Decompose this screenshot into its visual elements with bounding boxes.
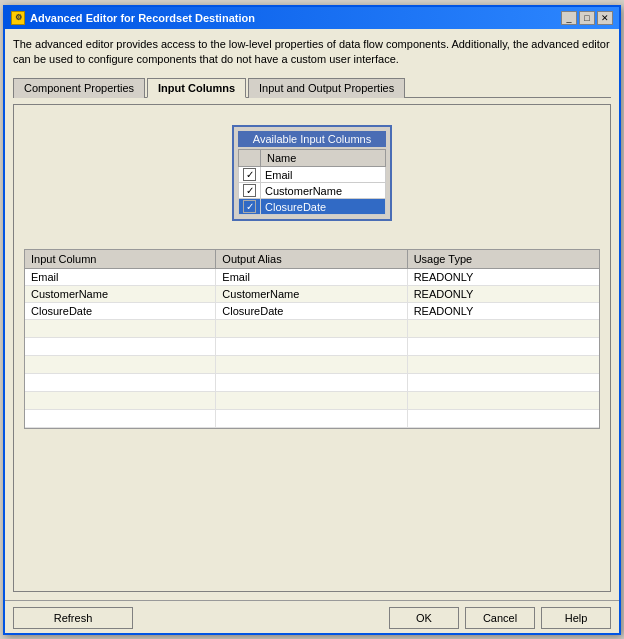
ok-button[interactable]: OK xyxy=(389,607,459,629)
footer-right: OK Cancel Help xyxy=(389,607,611,629)
available-columns-header: Available Input Columns xyxy=(238,131,386,147)
checkbox-header xyxy=(239,150,261,167)
description-text: The advanced editor provides access to t… xyxy=(13,37,611,68)
checkbox-email[interactable] xyxy=(243,168,256,181)
header-output-alias: Output Alias xyxy=(216,250,407,268)
cell-output-0: Email xyxy=(216,269,407,285)
available-columns-container: Available Input Columns Name xyxy=(24,115,600,241)
column-row-customername: CustomerName xyxy=(239,183,386,199)
cell-input-1: CustomerName xyxy=(25,286,216,302)
footer-left: Refresh xyxy=(13,607,133,629)
refresh-button[interactable]: Refresh xyxy=(13,607,133,629)
cell-usage-0: READONLY xyxy=(408,269,599,285)
cell-output-2: ClosureDate xyxy=(216,303,407,319)
cell-usage-1: READONLY xyxy=(408,286,599,302)
grid-row-empty-4 xyxy=(25,374,599,392)
data-grid: Input Column Output Alias Usage Type Ema… xyxy=(24,249,600,429)
title-bar-left: ⚙ Advanced Editor for Recordset Destinat… xyxy=(11,11,255,25)
minimize-button[interactable]: _ xyxy=(561,11,577,25)
window-body: The advanced editor provides access to t… xyxy=(5,29,619,600)
grid-header: Input Column Output Alias Usage Type xyxy=(25,250,599,269)
tab-input-output-properties[interactable]: Input and Output Properties xyxy=(248,78,405,98)
cell-input-2: ClosureDate xyxy=(25,303,216,319)
maximize-button[interactable]: □ xyxy=(579,11,595,25)
available-columns-box: Available Input Columns Name xyxy=(232,125,392,221)
grid-row-empty-2 xyxy=(25,338,599,356)
checkbox-customername[interactable] xyxy=(243,184,256,197)
cell-input-0: Email xyxy=(25,269,216,285)
main-window: ⚙ Advanced Editor for Recordset Destinat… xyxy=(3,5,621,635)
footer: Refresh OK Cancel Help xyxy=(5,600,619,633)
help-button[interactable]: Help xyxy=(541,607,611,629)
tab-input-columns[interactable]: Input Columns xyxy=(147,78,246,98)
grid-row-0[interactable]: Email Email READONLY xyxy=(25,269,599,286)
header-usage-type: Usage Type xyxy=(408,250,599,268)
grid-row-empty-1 xyxy=(25,320,599,338)
close-button[interactable]: ✕ xyxy=(597,11,613,25)
tab-content: Available Input Columns Name xyxy=(13,104,611,591)
column-row-closuredate[interactable]: ClosureDate xyxy=(239,199,386,215)
window-title: Advanced Editor for Recordset Destinatio… xyxy=(30,12,255,24)
cell-output-1: CustomerName xyxy=(216,286,407,302)
window-icon: ⚙ xyxy=(11,11,25,25)
cancel-button[interactable]: Cancel xyxy=(465,607,535,629)
grid-row-1[interactable]: CustomerName CustomerName READONLY xyxy=(25,286,599,303)
checkbox-closuredate[interactable] xyxy=(243,200,256,213)
title-bar: ⚙ Advanced Editor for Recordset Destinat… xyxy=(5,7,619,29)
column-row-email: Email xyxy=(239,167,386,183)
column-name-closuredate: ClosureDate xyxy=(261,199,386,215)
tabs-bar: Component Properties Input Columns Input… xyxy=(13,77,611,98)
column-name-email: Email xyxy=(261,167,386,183)
grid-row-2[interactable]: ClosureDate ClosureDate READONLY xyxy=(25,303,599,320)
columns-table: Name Email xyxy=(238,149,386,215)
name-header: Name xyxy=(261,150,386,167)
column-name-customername: CustomerName xyxy=(261,183,386,199)
title-buttons: _ □ ✕ xyxy=(561,11,613,25)
grid-row-empty-6 xyxy=(25,410,599,428)
header-input-column: Input Column xyxy=(25,250,216,268)
tab-component-properties[interactable]: Component Properties xyxy=(13,78,145,98)
cell-usage-2: READONLY xyxy=(408,303,599,319)
grid-row-empty-5 xyxy=(25,392,599,410)
grid-row-empty-3 xyxy=(25,356,599,374)
